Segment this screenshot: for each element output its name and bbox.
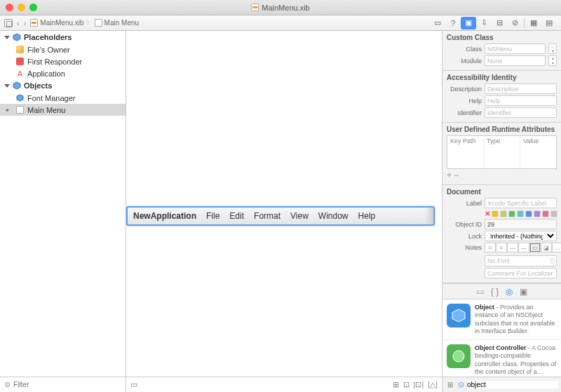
menu-item[interactable]: Edit <box>229 211 244 221</box>
menu-item[interactable]: Help <box>358 211 376 221</box>
identity-inspector-tab[interactable]: ▣ <box>461 17 476 29</box>
outline-item-main-menu[interactable]: Main Menu <box>0 104 126 116</box>
cube-icon <box>13 81 21 90</box>
window-titlebar: MainMenu.xib <box>0 0 561 15</box>
library-tab-media[interactable]: ▣ <box>520 287 527 297</box>
size-inspector-tab[interactable]: ⊟ <box>492 17 507 29</box>
menu-item[interactable]: View <box>290 211 309 221</box>
note-style-button[interactable]: — <box>507 243 518 252</box>
column-header[interactable]: Value <box>520 136 556 168</box>
library-item-name: Object <box>475 304 494 311</box>
minimize-window-button[interactable] <box>18 4 25 11</box>
attributes-inspector-tab[interactable]: ⇩ <box>476 17 492 29</box>
nav-back-button[interactable]: ‹ <box>15 19 21 27</box>
cube-icon <box>13 33 21 41</box>
class-field[interactable] <box>485 43 546 54</box>
disclosure-triangle-icon[interactable] <box>4 84 10 88</box>
effects-inspector-tab[interactable]: ▤ <box>541 17 557 29</box>
file-inspector-tab[interactable]: ▭ <box>430 17 445 29</box>
disclosure-triangle-icon[interactable] <box>4 36 10 39</box>
breadcrumb-item[interactable]: MainMenu.xib <box>40 19 83 27</box>
outline-item-files-owner[interactable]: File's Owner <box>0 43 126 55</box>
library-grid-mode-button[interactable]: ⊞ <box>445 381 455 388</box>
menu-item[interactable]: Format <box>254 211 280 221</box>
zoom-window-button[interactable] <box>29 4 37 11</box>
search-icon[interactable]: ⊙ <box>458 380 464 389</box>
outline-item-first-responder[interactable]: First Responder <box>0 55 126 67</box>
add-attribute-button[interactable]: + <box>447 170 452 180</box>
color-swatch[interactable] <box>500 210 507 217</box>
object-controller-icon <box>447 344 471 368</box>
a11y-help-field[interactable] <box>485 95 557 106</box>
note-style-button[interactable]: ≡ <box>485 243 496 252</box>
library-tab-code-snippets[interactable]: { } <box>491 287 499 297</box>
main-menu-object[interactable]: NewApplication File Edit Format View Win… <box>126 206 435 226</box>
clear-label-color-button[interactable]: ✕ <box>485 210 490 217</box>
runtime-attributes-table[interactable]: Key Path Type Value <box>447 135 557 169</box>
nav-forward-button[interactable]: › <box>22 19 28 27</box>
library-item[interactable]: Object Controller - A Cocoa bindings-com… <box>442 340 561 377</box>
menu-item[interactable]: File <box>206 211 219 221</box>
library-item-name: Object Controller <box>475 344 527 351</box>
library-item[interactable]: Object - Provides an instance of an NSOb… <box>442 299 561 340</box>
help-inspector-tab[interactable]: ? <box>445 17 461 29</box>
color-swatch[interactable] <box>534 210 541 217</box>
note-style-button[interactable]: ≡ <box>496 243 507 252</box>
color-swatch[interactable] <box>508 210 515 217</box>
remove-attribute-button[interactable]: − <box>454 170 459 180</box>
window-controls <box>6 4 37 11</box>
module-field[interactable] <box>485 55 546 66</box>
color-swatch[interactable] <box>525 210 532 217</box>
library-filter-input[interactable] <box>467 381 558 388</box>
column-header[interactable]: Type <box>484 136 520 168</box>
outline-item-application[interactable]: AApplication <box>0 67 126 79</box>
a11y-description-field[interactable] <box>485 83 557 94</box>
svg-marker-2 <box>17 95 23 101</box>
document-label-field[interactable] <box>485 198 557 208</box>
field-label: Class <box>447 46 482 53</box>
outline-group-objects[interactable]: Objects <box>0 79 126 92</box>
module-stepper[interactable]: ▴▾ <box>548 55 557 66</box>
field-label: Identifier <box>447 109 482 116</box>
localizer-comment-field[interactable] <box>485 268 557 278</box>
outline-filter-input[interactable] <box>13 381 121 388</box>
class-stepper[interactable]: ○▾ <box>548 43 557 54</box>
canvas-footer: ▭ ⊞ ⊡ |⊡| |△| <box>126 377 442 392</box>
close-window-button[interactable] <box>6 4 13 11</box>
bindings-inspector-tab[interactable]: ▦ <box>526 17 541 29</box>
breadcrumb[interactable]: MainMenu.xib 〉 Main Menu <box>30 18 139 27</box>
note-style-button[interactable]: — <box>518 243 529 252</box>
layout-mode-button[interactable]: ⊡ <box>403 380 410 389</box>
canvas[interactable]: NewApplication File Edit Format View Win… <box>126 31 442 392</box>
color-swatch[interactable] <box>550 210 557 217</box>
a11y-identifier-field[interactable] <box>485 107 557 118</box>
outline-group-placeholders[interactable]: Placeholders <box>0 31 126 43</box>
library-tab-file-templates[interactable]: ▭ <box>476 287 484 297</box>
field-label: Notes <box>447 244 482 251</box>
menu-object-icon <box>16 106 24 114</box>
color-swatch[interactable] <box>492 210 499 217</box>
layout-mode-button[interactable]: |△| <box>428 380 438 389</box>
outline-item-font-manager[interactable]: Font Manager <box>0 92 126 104</box>
connections-inspector-tab[interactable]: ⊘ <box>507 17 522 29</box>
note-style-button[interactable]: … <box>552 243 561 252</box>
field-label: Description <box>447 86 482 93</box>
color-swatch[interactable] <box>542 210 549 217</box>
layout-mode-button[interactable]: |⊡| <box>414 380 424 389</box>
layout-mode-button[interactable]: ⊞ <box>393 380 399 389</box>
font-display[interactable]: No Font⍂ <box>485 255 557 266</box>
breadcrumb-item[interactable]: Main Menu <box>104 19 139 27</box>
toggle-outline-button[interactable]: ▭ <box>130 380 137 389</box>
font-picker-icon[interactable]: ⍂ <box>550 257 554 264</box>
note-style-button[interactable]: ◪ <box>541 243 552 252</box>
related-items-icon[interactable] <box>4 19 13 27</box>
lock-select[interactable]: Inherited - (Nothing) <box>485 231 557 241</box>
note-style-button[interactable]: ▭ <box>529 243 541 252</box>
runtime-attributes-section: User Defined Runtime Attributes Key Path… <box>442 123 561 185</box>
menu-item[interactable]: Window <box>318 211 349 221</box>
menu-item[interactable]: NewApplication <box>133 211 196 221</box>
column-header[interactable]: Key Path <box>447 136 484 168</box>
library-tab-objects[interactable]: ◎ <box>506 287 513 297</box>
color-swatch[interactable] <box>517 210 524 217</box>
filter-icon[interactable]: ⊜ <box>4 380 11 389</box>
